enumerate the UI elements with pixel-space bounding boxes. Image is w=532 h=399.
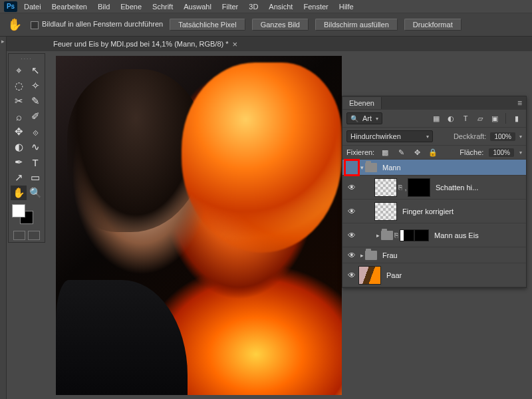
visibility-toggle[interactable]: 👁 <box>345 207 358 216</box>
mask-thumb[interactable] <box>400 229 414 241</box>
filter-pixel-icon[interactable]: ▦ <box>431 114 442 123</box>
mask-link-icon[interactable]: ⎘ <box>398 184 402 191</box>
layer-filter-kind[interactable]: 🔍 Art ▾ <box>346 112 382 124</box>
hand-tool-icon[interactable]: ✋ <box>5 17 24 33</box>
menu-view[interactable]: Ansicht <box>269 3 293 11</box>
document-tab-row: Feuer und Eis by MDI.psd bei 14,1% (Mann… <box>7 37 532 51</box>
layer-name[interactable]: Schatten hi... <box>436 184 478 192</box>
layer-row-mann[interactable]: ▾ Mann <box>342 160 526 176</box>
document-tab[interactable]: Feuer und Eis by MDI.psd bei 14,1% (Mann… <box>53 39 237 49</box>
slice-tool-icon[interactable]: ✎ <box>27 94 43 108</box>
quickmask-icon[interactable] <box>13 231 25 240</box>
visibility-toggle[interactable]: 👁 <box>345 231 358 240</box>
lock-position-icon[interactable]: ✥ <box>412 148 422 157</box>
layer-row-paar[interactable]: 👁 Paar <box>342 263 526 287</box>
menu-type[interactable]: Schrift <box>152 3 173 11</box>
visibility-toggle[interactable]: 👁 <box>345 251 358 260</box>
canvas-artwork <box>56 56 342 395</box>
opacity-label: Deckkraft: <box>454 132 487 140</box>
menu-image[interactable]: Bild <box>98 3 110 11</box>
layer-row-schatten[interactable]: 👁 ⎘ , Schatten hi... <box>342 176 526 200</box>
menu-select[interactable]: Auswahl <box>184 3 211 11</box>
fill-flyout-icon[interactable]: ▾ <box>519 150 522 156</box>
fit-screen-button[interactable]: Ganzes Bild <box>252 19 309 31</box>
print-size-button[interactable]: Druckformat <box>404 19 462 31</box>
opacity-value[interactable]: 100% <box>490 132 515 141</box>
filter-smart-icon[interactable]: ▣ <box>489 114 500 123</box>
shape-tool-icon[interactable]: ▭ <box>27 170 43 185</box>
brush-tool-icon[interactable]: ✐ <box>27 109 43 124</box>
fill-value[interactable]: 100% <box>489 148 514 157</box>
color-swatches[interactable] <box>11 204 43 225</box>
blend-mode-select[interactable]: Hindurchwirken▾ <box>346 130 433 142</box>
layer-thumb <box>358 266 381 285</box>
foreground-color-swatch[interactable] <box>12 204 25 217</box>
visibility-toggle[interactable] <box>345 160 358 175</box>
eyedrop-tool-icon[interactable]: ⌕ <box>11 109 27 124</box>
disclosure-icon[interactable]: ▾ <box>358 164 365 171</box>
move-tool-icon[interactable]: ⌖ <box>11 63 27 78</box>
lock-all-icon[interactable]: 🔒 <box>428 148 438 157</box>
layer-name[interactable]: Mann aus Eis <box>434 231 479 239</box>
menu-window[interactable]: Fenster <box>303 3 328 11</box>
menu-3d[interactable]: 3D <box>249 3 258 11</box>
mask-thumb[interactable] <box>408 178 430 197</box>
layer-name[interactable]: Mann <box>382 164 401 172</box>
heal-tool-icon[interactable]: ✥ <box>11 124 27 139</box>
dock-strip[interactable]: ▸ <box>0 37 7 399</box>
mask-link-icon[interactable]: ⎘ <box>394 231 398 239</box>
filter-shape-icon[interactable]: ▱ <box>475 114 485 123</box>
layer-filter-kind-label: Art <box>362 114 372 122</box>
marquee-tool-icon[interactable]: ◌ <box>11 78 27 93</box>
layers-panel-tab[interactable]: Ebenen <box>342 97 382 109</box>
scroll-all-label: Bildlauf in allen Fenstern durchführen <box>42 20 163 28</box>
app-logo: Ps <box>4 1 17 12</box>
type-tool-icon[interactable]: T <box>27 155 43 170</box>
toolbox-grip[interactable]: ∙∙∙∙ <box>11 56 43 62</box>
lock-pixels-icon[interactable]: ✎ <box>396 148 406 157</box>
direct-sel-tool-icon[interactable]: ↗ <box>11 170 27 185</box>
layer-list: ▾ Mann 👁 ⎘ , Schatten hi... 👁 Finger kor… <box>342 160 526 287</box>
hand-tool-icon[interactable]: ✋ <box>11 186 27 200</box>
visibility-toggle[interactable]: 👁 <box>345 271 358 280</box>
layer-name[interactable]: Frau <box>382 251 398 259</box>
mask-thumb-2[interactable] <box>414 229 429 241</box>
pen-tool-icon[interactable]: ✒ <box>11 155 27 170</box>
menu-layer[interactable]: Ebene <box>120 3 142 11</box>
scroll-all-checkbox[interactable]: Bildlauf in allen Fenstern durchführen <box>31 20 163 29</box>
actual-pixels-button[interactable]: Tatsächliche Pixel <box>170 19 245 31</box>
cursor-tool-icon[interactable]: ↖ <box>27 63 43 78</box>
folder-icon <box>381 231 393 240</box>
panel-menu-icon[interactable]: ≡ <box>517 98 522 108</box>
layer-row-mann-eis[interactable]: 👁 ▸ ⎘ Mann aus Eis <box>342 223 526 247</box>
layer-name[interactable]: Paar <box>386 271 402 279</box>
layer-row-frau[interactable]: 👁 ▸ Frau <box>342 247 526 263</box>
disclosure-icon[interactable]: ▸ <box>374 232 381 239</box>
filter-adjust-icon[interactable]: ◐ <box>446 114 456 123</box>
layer-name[interactable]: Finger korrigiert <box>402 207 454 215</box>
opacity-flyout-icon[interactable]: ▾ <box>519 134 522 140</box>
stamp-tool-icon[interactable]: ⟐ <box>27 124 43 139</box>
lock-transparent-icon[interactable]: ▩ <box>380 148 390 157</box>
menu-filter[interactable]: Filter <box>222 3 238 11</box>
options-bar: ✋ Bildlauf in allen Fenstern durchführen… <box>0 13 532 37</box>
fill-screen-button[interactable]: Bildschirm ausfüllen <box>315 19 398 31</box>
layer-row-finger[interactable]: 👁 Finger korrigiert <box>342 200 526 223</box>
zoom-tool-icon[interactable]: 🔍 <box>27 186 43 200</box>
blur-tool-icon[interactable]: ∿ <box>27 140 43 154</box>
document-tab-label: Feuer und Eis by MDI.psd bei 14,1% (Mann… <box>53 40 229 48</box>
close-tab-icon[interactable]: × <box>233 39 238 49</box>
canvas[interactable] <box>56 56 342 395</box>
menu-file[interactable]: Datei <box>24 3 41 11</box>
filter-type-icon[interactable]: T <box>460 114 471 123</box>
screenmode-icon[interactable] <box>28 231 40 240</box>
filter-toggle-icon[interactable]: ▮ <box>511 114 522 123</box>
visibility-toggle[interactable]: 👁 <box>345 183 358 192</box>
dodge-tool-icon[interactable]: ◐ <box>11 140 27 154</box>
menu-help[interactable]: Hilfe <box>339 3 354 11</box>
disclosure-icon[interactable]: ▸ <box>358 252 365 259</box>
blend-mode-value: Hindurchwirken <box>350 132 401 140</box>
menu-edit[interactable]: Bearbeiten <box>52 3 87 11</box>
crop-tool-icon[interactable]: ✂ <box>11 94 27 108</box>
wand-tool-icon[interactable]: ✧ <box>27 78 43 93</box>
